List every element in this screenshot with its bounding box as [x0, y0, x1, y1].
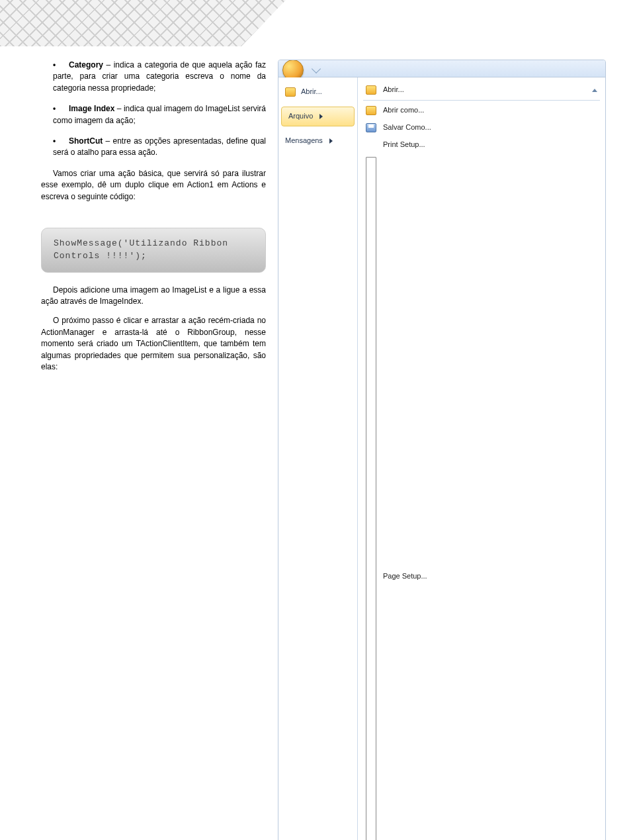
header-pattern — [0, 0, 635, 46]
menu-abrir-label: Abrir... — [301, 87, 322, 97]
menu-mensagens-label: Mensagens — [285, 136, 323, 146]
menu-arquivo-label: Arquivo — [288, 111, 313, 122]
submenu-abrir-label: Abrir... — [383, 85, 404, 95]
folder-open-icon — [366, 106, 376, 115]
screenshot-imagem-9: Abrir... Arquivo Mensagens — [278, 60, 606, 840]
para-create-action: Vamos criar uma ação básica, que servirá… — [41, 168, 266, 203]
submenu-print-setup-label: Print Setup... — [383, 140, 425, 150]
term-category: Category — [69, 60, 103, 70]
folder-open-icon — [366, 85, 376, 95]
separator — [363, 100, 600, 101]
para-imagelist: Depois adicione uma imagem ao ImageList … — [41, 285, 266, 308]
bullet-list-properties: Category – indica a categoria de que aqu… — [41, 60, 266, 159]
menu-abrir[interactable]: Abrir... — [278, 83, 357, 101]
submenu-abrir[interactable]: Abrir... — [358, 81, 605, 99]
submenu-salvar-como-label: Salvar Como... — [383, 122, 431, 133]
submenu-abrir-como[interactable]: Abrir como... — [358, 102, 605, 119]
qat-dropdown-icon[interactable] — [312, 64, 321, 73]
submenu-page-setup[interactable]: Page Setup... — [358, 154, 605, 840]
submenu-print-setup[interactable]: Print Setup... — [358, 136, 605, 154]
page-setup-icon — [366, 157, 376, 840]
blank-icon — [366, 140, 376, 150]
save-icon — [366, 123, 376, 132]
para-drag-action: O próximo passo é clicar e arrastar a aç… — [41, 315, 266, 373]
menu-arquivo[interactable]: Arquivo — [281, 107, 355, 126]
chevron-right-icon — [329, 138, 333, 144]
term-imageindex: Image Index — [69, 104, 114, 113]
code-snippet: ShowMessage('Utilizando Ribbon Controls … — [41, 228, 266, 273]
menu-mensagens[interactable]: Mensagens — [278, 132, 357, 150]
folder-open-icon — [285, 87, 296, 97]
submenu-page-setup-label: Page Setup... — [383, 571, 427, 582]
chevron-up-icon — [592, 89, 597, 92]
submenu-abrir-como-label: Abrir como... — [383, 105, 424, 116]
chevron-right-icon — [319, 114, 323, 119]
submenu-salvar-como[interactable]: Salvar Como... — [358, 119, 605, 136]
term-shortcut: ShortCut — [69, 136, 103, 146]
